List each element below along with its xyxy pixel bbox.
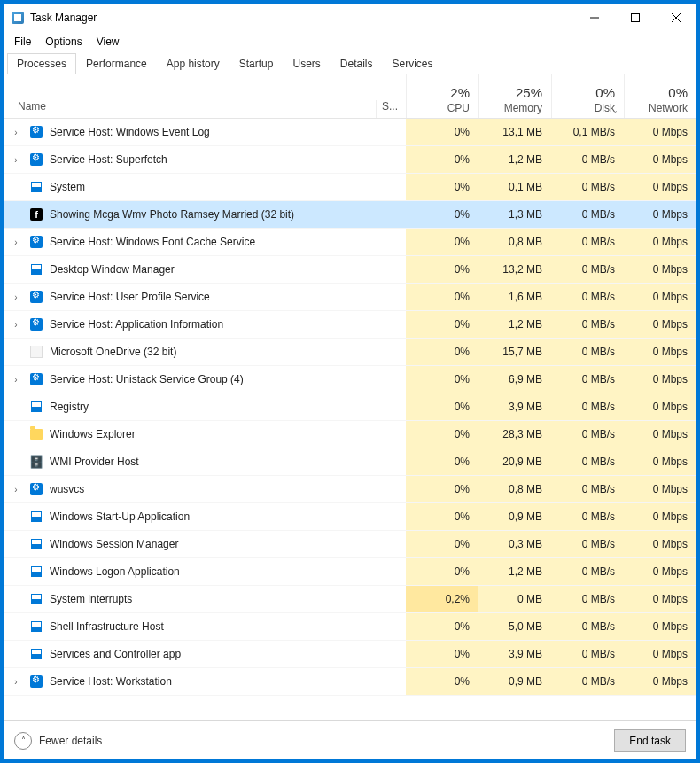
process-memory: 1,2 MB	[478, 146, 551, 173]
process-row[interactable]: System0%0,1 MB0 MB/s0 Mbps	[4, 174, 696, 201]
titlebar[interactable]: Task Manager	[4, 4, 696, 32]
process-network: 0 Mbps	[624, 613, 696, 640]
minimize-button[interactable]	[574, 4, 615, 32]
process-name: System interrupts	[50, 593, 376, 605]
process-row[interactable]: Windows Start-Up Application0%0,9 MB0 MB…	[4, 503, 696, 531]
process-name: wusvcs	[50, 483, 376, 495]
process-row[interactable]: ›Service Host: User Profile Service0%1,6…	[4, 284, 696, 311]
process-name: WMI Provider Host	[50, 455, 376, 468]
chevron-up-icon: ˄	[14, 732, 32, 750]
process-name: Service Host: Workstation	[50, 675, 376, 688]
process-row[interactable]: Desktop Window Manager0%13,2 MB0 MB/s0 M…	[4, 256, 696, 284]
process-row[interactable]: Registry0%3,9 MB0 MB/s0 Mbps	[4, 393, 696, 421]
process-network: 0 Mbps	[624, 311, 696, 338]
tab-startup[interactable]: Startup	[229, 53, 284, 74]
process-list[interactable]: ›Service Host: Windows Event Log0%13,1 M…	[4, 119, 696, 720]
col-memory[interactable]: 25% Memory	[478, 74, 551, 118]
process-row[interactable]: Services and Controller app0%3,9 MB0 MB/…	[4, 641, 696, 668]
expand-icon[interactable]: ›	[4, 320, 28, 330]
expand-icon[interactable]: ›	[4, 375, 28, 385]
process-row[interactable]: ›Service Host: Application Information0%…	[4, 311, 696, 339]
process-cpu: 0%	[406, 229, 478, 255]
process-disk: 0,1 MB/s	[551, 119, 624, 145]
tab-performance[interactable]: Performance	[76, 53, 157, 74]
process-icon	[28, 152, 44, 167]
process-row[interactable]: ›Service Host: Workstation0%0,9 MB0 MB/s…	[4, 668, 696, 696]
process-network: 0 Mbps	[624, 531, 696, 557]
col-name[interactable]: Name	[4, 100, 376, 118]
expand-icon[interactable]: ›	[4, 155, 28, 165]
process-row[interactable]: Windows Logon Application0%1,2 MB0 MB/s0…	[4, 558, 696, 586]
process-row[interactable]: Shell Infrastructure Host0%5,0 MB0 MB/s0…	[4, 613, 696, 641]
process-memory: 6,9 MB	[478, 366, 551, 393]
process-cpu: 0%	[406, 393, 478, 420]
process-row[interactable]: Windows Explorer0%28,3 MB0 MB/s0 Mbps	[4, 421, 696, 448]
process-disk: 0 MB/s	[551, 476, 624, 502]
content-area: Name S... 2% CPU 25% Memory ⌄ 0% Disk 0%…	[4, 74, 696, 720]
process-row[interactable]: ›Service Host: Windows Font Cache Servic…	[4, 229, 696, 256]
process-row[interactable]: System interrupts0,2%0 MB0 MB/s0 Mbps	[4, 586, 696, 613]
col-disk[interactable]: ⌄ 0% Disk	[551, 74, 624, 118]
expand-icon[interactable]: ›	[4, 128, 28, 137]
process-row[interactable]: ›wusvcs0%0,8 MB0 MB/s0 Mbps	[4, 476, 696, 503]
end-task-button[interactable]: End task	[614, 729, 686, 752]
process-network: 0 Mbps	[624, 421, 696, 448]
col-status[interactable]: S...	[376, 100, 406, 118]
process-cpu: 0%	[406, 256, 478, 283]
cpu-pct: 2%	[450, 85, 470, 100]
process-name: Service Host: Windows Font Cache Service	[50, 236, 376, 248]
process-network: 0 Mbps	[624, 476, 696, 502]
process-icon: f	[28, 207, 44, 222]
maximize-button[interactable]	[615, 4, 656, 32]
process-name: Service Host: Application Information	[50, 318, 376, 331]
fewer-details-button[interactable]: ˄ Fewer details	[14, 732, 102, 750]
menu-view[interactable]: View	[89, 34, 127, 50]
tab-processes[interactable]: Processes	[7, 53, 76, 74]
col-cpu[interactable]: 2% CPU	[406, 74, 478, 118]
process-row[interactable]: fShowing Mcga Wmv Photo Ramsey Married (…	[4, 201, 696, 229]
process-row[interactable]: Windows Session Manager0%0,3 MB0 MB/s0 M…	[4, 531, 696, 558]
expand-icon[interactable]: ›	[4, 677, 28, 687]
tab-details[interactable]: Details	[331, 53, 383, 74]
process-icon	[28, 482, 44, 496]
footer: ˄ Fewer details End task	[4, 720, 696, 759]
process-row[interactable]: ›Service Host: Unistack Service Group (4…	[4, 366, 696, 393]
expand-icon[interactable]: ›	[4, 292, 28, 302]
expand-icon[interactable]: ›	[4, 485, 28, 494]
window-title: Task Manager	[30, 12, 97, 24]
chevron-down-icon: ⌄	[612, 106, 618, 114]
process-icon	[28, 537, 44, 551]
menu-file[interactable]: File	[7, 34, 38, 50]
process-memory: 28,3 MB	[478, 421, 551, 448]
process-cpu: 0%	[406, 311, 478, 338]
process-row[interactable]: Microsoft OneDrive (32 bit)0%15,7 MB0 MB…	[4, 339, 696, 366]
process-name: Service Host: User Profile Service	[50, 291, 376, 303]
process-icon	[28, 564, 44, 579]
process-icon	[28, 592, 44, 606]
process-icon	[28, 372, 44, 386]
close-icon	[672, 13, 681, 22]
process-cpu: 0%	[406, 503, 478, 530]
close-button[interactable]	[656, 4, 696, 32]
process-memory: 13,1 MB	[478, 119, 551, 145]
tab-users[interactable]: Users	[283, 53, 330, 74]
process-name: Windows Start-Up Application	[50, 510, 376, 523]
process-row[interactable]: ›Service Host: Superfetch0%1,2 MB0 MB/s0…	[4, 146, 696, 174]
process-disk: 0 MB/s	[551, 284, 624, 310]
process-row[interactable]: 🗄️WMI Provider Host0%20,9 MB0 MB/s0 Mbps	[4, 448, 696, 476]
disk-pct: 0%	[595, 85, 615, 100]
svg-rect-1	[632, 14, 640, 22]
tab-services[interactable]: Services	[383, 53, 443, 74]
process-disk: 0 MB/s	[551, 613, 624, 640]
process-memory: 0,9 MB	[478, 503, 551, 530]
process-network: 0 Mbps	[624, 393, 696, 420]
process-network: 0 Mbps	[624, 119, 696, 145]
menu-options[interactable]: Options	[38, 34, 89, 50]
col-network[interactable]: 0% Network	[624, 74, 696, 118]
tab-app-history[interactable]: App history	[157, 53, 229, 74]
process-row[interactable]: ›Service Host: Windows Event Log0%13,1 M…	[4, 119, 696, 146]
expand-icon[interactable]: ›	[4, 237, 28, 247]
process-icon	[28, 125, 44, 139]
process-name: Showing Mcga Wmv Photo Ramsey Married (3…	[50, 208, 376, 221]
task-manager-icon	[11, 11, 25, 25]
